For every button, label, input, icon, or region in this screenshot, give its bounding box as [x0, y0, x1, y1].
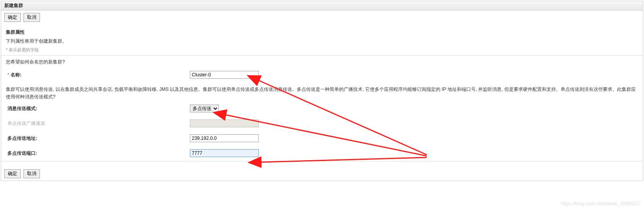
multicast-address-label: 多点传送地址: [6, 135, 190, 142]
name-input[interactable] [190, 71, 259, 79]
create-cluster-panel: 新建集群 确定 取消 集群属性 下列属性将用于创建新集群。 * 表示必需的字段 … [1, 1, 643, 181]
unicast-label: 单点传送广播通道: [6, 120, 190, 127]
cancel-button-top[interactable]: 取消 [23, 13, 40, 22]
multicast-port-input[interactable] [190, 149, 259, 157]
section-title: 集群属性 [6, 29, 638, 36]
cancel-button-bottom[interactable]: 取消 [23, 169, 40, 178]
panel-title: 新建集群 [1, 1, 643, 11]
bottom-button-row: 确定 取消 [1, 167, 643, 181]
name-row: * 名称: [6, 71, 638, 79]
mode-question: 集群可以使用消息传送, 以在集群成员之间共享会话, 负载平衡和故障转移, JMS… [6, 86, 638, 101]
multicast-port-label: 多点传送端口: [6, 150, 190, 157]
name-label-text: 名称: [11, 72, 22, 78]
multicast-address-row: 多点传送地址: [6, 134, 638, 142]
multicast-port-row: 多点传送端口: [6, 149, 638, 157]
required-hint: * 表示必需的字段 [6, 47, 638, 53]
section-desc: 下列属性将用于创建新集群。 [6, 38, 638, 45]
divider [1, 55, 643, 56]
mode-select[interactable]: 单点传送 多点传送 [190, 105, 219, 112]
top-button-row: 确定 取消 [1, 11, 643, 24]
unicast-input [190, 119, 259, 127]
ok-button-top[interactable]: 确定 [4, 13, 21, 22]
multicast-address-input[interactable] [190, 134, 259, 142]
required-star: * [7, 72, 9, 78]
divider [1, 161, 643, 161]
name-question: 您希望如何命名您的新集群? [6, 59, 638, 65]
mode-row: 消息传送模式: 单点传送 多点传送 [6, 105, 638, 112]
ok-button-bottom[interactable]: 确定 [4, 169, 21, 178]
name-label: * 名称: [6, 72, 190, 78]
form-section: 集群属性 下列属性将用于创建新集群。 * 表示必需的字段 您希望如何命名您的新集… [1, 24, 643, 167]
unicast-row: 单点传送广播通道: [6, 119, 638, 127]
mode-label: 消息传送模式: [6, 105, 190, 112]
